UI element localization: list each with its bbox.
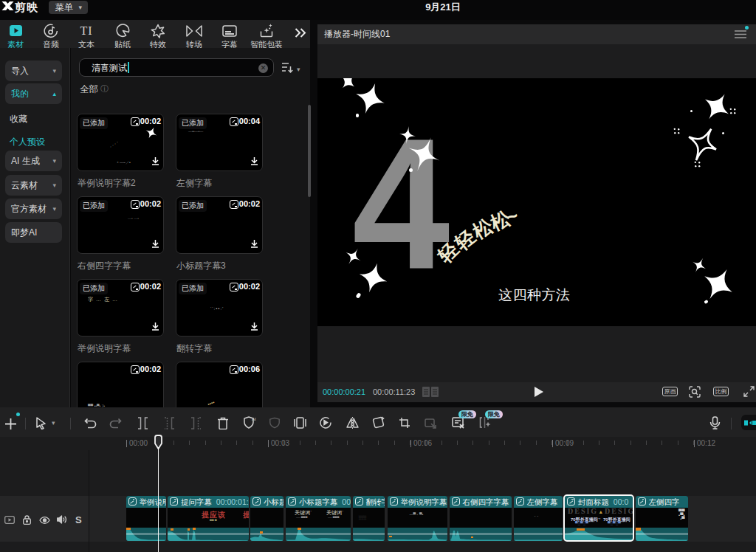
svg-text:AI: AI [252, 417, 256, 421]
